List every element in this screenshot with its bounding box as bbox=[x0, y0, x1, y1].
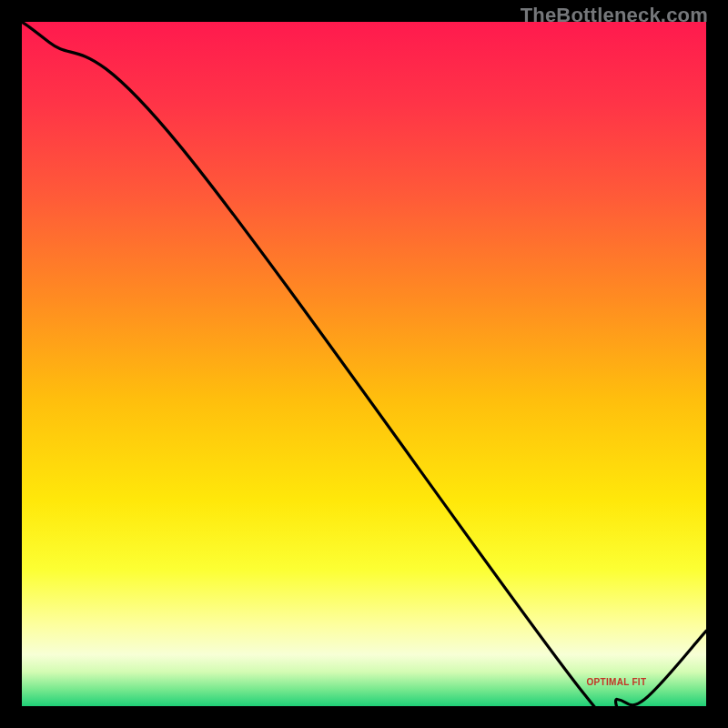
chart-frame: TheBottleneck.com OPTIMAL FIT bbox=[0, 0, 728, 728]
optimal-fit-label: OPTIMAL FIT bbox=[586, 677, 646, 687]
heat-gradient bbox=[22, 22, 706, 706]
plot-area: OPTIMAL FIT bbox=[22, 22, 706, 706]
svg-rect-0 bbox=[22, 22, 706, 706]
